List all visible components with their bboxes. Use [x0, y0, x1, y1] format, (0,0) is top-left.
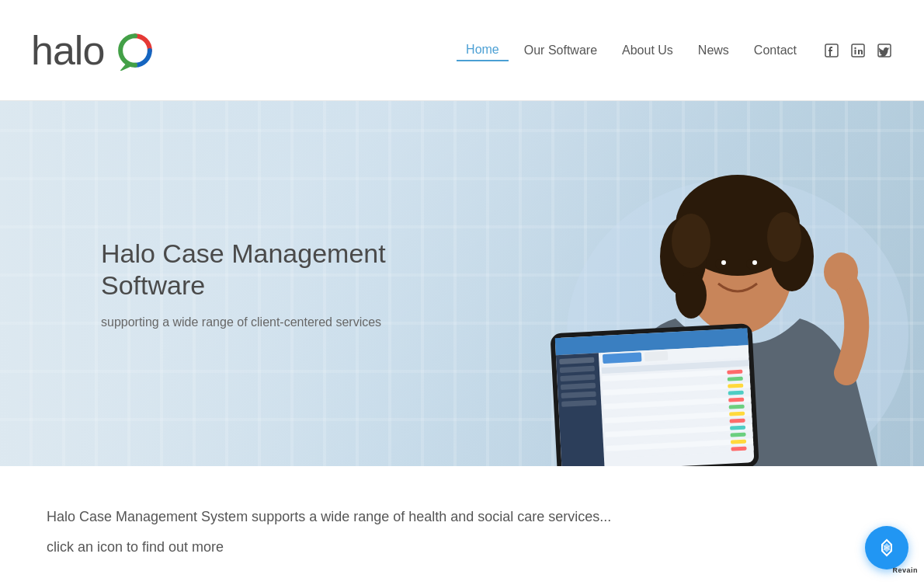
svg-rect-50	[728, 398, 744, 402]
nav-our-software[interactable]: Our Software	[515, 40, 606, 61]
twitter-icon[interactable]	[876, 42, 893, 59]
svg-point-19	[824, 252, 858, 291]
logo[interactable]: halo	[31, 27, 154, 74]
svg-point-2	[854, 47, 856, 48]
svg-rect-51	[729, 405, 745, 409]
svg-rect-32	[644, 351, 669, 362]
svg-point-17	[721, 260, 726, 265]
svg-rect-55	[730, 433, 745, 437]
hero-illustration	[427, 101, 924, 466]
svg-point-18	[752, 260, 757, 265]
logo-text: halo	[31, 27, 104, 74]
nav-news[interactable]: News	[689, 40, 738, 61]
hero-subtitle: supporting a wide range of client-center…	[101, 315, 435, 329]
nav-about-us[interactable]: About Us	[613, 40, 683, 61]
svg-rect-3	[855, 50, 856, 54]
logo-icon	[107, 30, 154, 71]
hero-title: Halo Case Management Software	[101, 238, 435, 301]
content-text: Halo Case Management System supports a w…	[47, 505, 823, 529]
hero-section: Halo Case Management Software supporting…	[0, 101, 924, 466]
svg-point-12	[676, 272, 707, 319]
svg-rect-49	[728, 391, 744, 395]
social-icons	[823, 42, 893, 59]
nav-home[interactable]: Home	[457, 40, 509, 61]
facebook-icon[interactable]	[823, 42, 840, 59]
revain-label: Revain	[892, 566, 918, 574]
site-header: halo Home Our Software About Us News Con…	[0, 0, 924, 101]
svg-rect-56	[731, 440, 746, 444]
svg-rect-54	[730, 426, 745, 430]
main-nav: Home Our Software About Us News Contact	[457, 40, 893, 61]
svg-rect-46	[727, 370, 742, 374]
svg-rect-53	[730, 419, 745, 423]
svg-point-13	[672, 214, 710, 268]
svg-point-14	[767, 212, 801, 262]
content-sub-text: click an icon to find out more	[47, 535, 823, 559]
svg-rect-48	[728, 384, 743, 388]
svg-rect-47	[728, 377, 743, 381]
revain-icon	[876, 537, 898, 559]
nav-contact[interactable]: Contact	[745, 40, 806, 61]
revain-widget[interactable]	[865, 526, 908, 569]
linkedin-icon[interactable]	[849, 42, 867, 59]
hero-content: Halo Case Management Software supporting…	[0, 238, 435, 329]
svg-rect-57	[731, 447, 746, 451]
content-section: Halo Case Management System supports a w…	[0, 466, 924, 582]
svg-rect-52	[729, 412, 745, 416]
content-main-text: Halo Case Management System supports a w…	[47, 509, 611, 524]
hero-svg	[427, 101, 924, 466]
